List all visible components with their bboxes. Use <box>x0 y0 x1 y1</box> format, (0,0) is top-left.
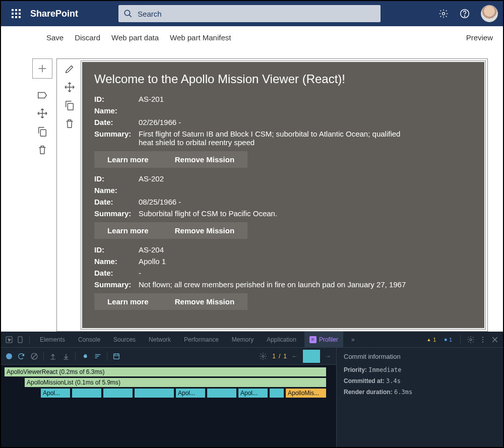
pager-total: 1 <box>283 353 287 360</box>
flame-bar-item[interactable] <box>103 388 133 398</box>
suite-bar: SharePoint Search <box>1 1 503 26</box>
label-icon[interactable] <box>37 90 48 101</box>
flame-bar-item[interactable] <box>134 388 174 398</box>
tab-more[interactable]: » <box>346 332 360 347</box>
device-icon[interactable] <box>16 336 24 344</box>
webpart-toolbar <box>58 60 81 330</box>
help-icon[interactable] <box>460 9 470 19</box>
copy-icon[interactable] <box>37 126 48 137</box>
svg-point-14 <box>482 341 483 342</box>
mission-summary-label: Summary: <box>94 209 139 218</box>
clear-icon[interactable] <box>30 352 38 360</box>
tab-application[interactable]: Application <box>262 332 301 347</box>
pager-current: 1 <box>272 353 276 360</box>
search-placeholder: Search <box>138 10 162 18</box>
download-icon[interactable] <box>62 352 70 360</box>
svg-rect-8 <box>68 103 73 110</box>
error-badge[interactable]: 1 <box>442 336 454 343</box>
flame-icon[interactable] <box>81 352 89 360</box>
close-icon[interactable] <box>491 336 499 344</box>
flame-bar-list[interactable]: ApolloMissionList (0.1ms of 5.9ms) <box>24 377 327 388</box>
tab-profiler[interactable]: ⚛Profiler <box>304 332 343 347</box>
app-launcher-button[interactable] <box>6 4 26 24</box>
devtools-tabbar: Elements Console Sources Network Perform… <box>1 332 503 348</box>
product-name: SharePoint <box>30 9 78 19</box>
discard-button[interactable]: Discard <box>75 33 100 42</box>
committed-value: 3.4s <box>386 377 401 385</box>
learn-more-button[interactable]: Learn more <box>94 293 162 310</box>
flame-graph: ApolloViewerReact (0.2ms of 6.3ms) Apoll… <box>1 365 336 447</box>
copy-icon[interactable] <box>64 100 75 111</box>
section-toolbar <box>31 58 53 332</box>
svg-point-4 <box>464 16 465 16</box>
record-button[interactable] <box>6 353 12 359</box>
settings-icon[interactable] <box>467 336 475 344</box>
flame-bar-item[interactable]: Apol... <box>175 388 206 398</box>
webpart-title: Welcome to the Apollo Mission Viewer (Re… <box>94 72 472 86</box>
flame-bar-item[interactable]: Apol... <box>40 388 71 398</box>
remove-mission-button[interactable]: Remove Mission <box>162 293 247 310</box>
webpart-manifest-button[interactable]: Web part Manifest <box>170 33 231 42</box>
mission-id-label: ID: <box>94 95 139 103</box>
webpart-body: Welcome to the Apollo Mission Viewer (Re… <box>82 62 484 328</box>
move-icon[interactable] <box>37 108 48 119</box>
commit-pager: 1 / 1 <box>272 353 287 360</box>
preview-button[interactable]: Preview <box>466 33 493 42</box>
commit-info-panel: Commit information Priority: Immediate C… <box>337 348 503 447</box>
mission-date-value: - <box>139 269 141 277</box>
mission-date-label: Date: <box>94 198 139 206</box>
save-button[interactable]: Save <box>46 33 64 42</box>
warning-badge[interactable]: 1 <box>424 336 438 343</box>
pager-next[interactable]: → <box>325 353 331 360</box>
edit-icon[interactable] <box>64 63 75 75</box>
mission-name-label: Name: <box>94 106 139 115</box>
reload-icon[interactable] <box>17 352 25 360</box>
svg-rect-22 <box>114 354 119 359</box>
svg-point-12 <box>482 337 483 338</box>
learn-more-button[interactable]: Learn more <box>94 222 162 239</box>
search-box[interactable]: Search <box>118 5 381 22</box>
move-icon[interactable] <box>64 82 75 93</box>
pager-prev[interactable]: ← <box>292 353 298 360</box>
waffle-icon <box>12 9 21 18</box>
profiler-toolbar: 1 / 1 ← → <box>1 348 336 365</box>
learn-more-button[interactable]: Learn more <box>94 151 162 168</box>
flame-bar-item[interactable] <box>72 388 102 398</box>
tab-sources[interactable]: Sources <box>108 332 141 347</box>
priority-label: Priority: <box>344 366 367 373</box>
mission-summary-label: Summary: <box>94 280 139 289</box>
upload-icon[interactable] <box>49 352 57 360</box>
ranked-icon[interactable] <box>94 352 102 360</box>
flame-bar-item-warn[interactable]: ApolloMis... <box>285 388 327 398</box>
user-avatar[interactable] <box>481 5 498 22</box>
interactions-icon[interactable] <box>112 352 120 360</box>
inspect-icon[interactable] <box>5 336 13 344</box>
gear-icon[interactable] <box>438 9 449 19</box>
delete-icon[interactable] <box>64 118 75 129</box>
tab-elements[interactable]: Elements <box>35 332 70 347</box>
flame-bar-root[interactable]: ApolloViewerReact (0.2ms of 6.3ms) <box>4 367 327 377</box>
webpart-data-button[interactable]: Web part data <box>111 33 159 42</box>
flame-bar-item[interactable]: Apol... <box>238 388 268 398</box>
tab-performance[interactable]: Performance <box>179 332 224 347</box>
canvas-area: Welcome to the Apollo Mission Viewer (Re… <box>1 48 503 332</box>
remove-mission-button[interactable]: Remove Mission <box>162 151 247 168</box>
add-section-button[interactable] <box>32 58 52 79</box>
mission-id-label: ID: <box>94 174 139 183</box>
pager-sep: / <box>279 353 280 360</box>
remove-mission-button[interactable]: Remove Mission <box>162 222 247 239</box>
mission-summary-label: Summary: <box>94 130 139 147</box>
kebab-icon[interactable] <box>479 336 487 344</box>
commit-bar[interactable] <box>303 350 320 363</box>
delete-icon[interactable] <box>37 144 48 155</box>
tab-network[interactable]: Network <box>144 332 176 347</box>
flame-bar-item[interactable] <box>207 388 237 398</box>
mission-id-value: AS-204 <box>139 245 164 254</box>
tab-memory[interactable]: Memory <box>227 332 259 347</box>
render-value: 6.3ms <box>394 389 412 396</box>
tab-console[interactable]: Console <box>73 332 105 347</box>
profiler-settings-icon[interactable] <box>259 352 267 360</box>
flame-bar-item[interactable] <box>269 388 284 398</box>
devtools-panel: Elements Console Sources Network Perform… <box>1 332 503 447</box>
svg-rect-7 <box>40 130 46 136</box>
